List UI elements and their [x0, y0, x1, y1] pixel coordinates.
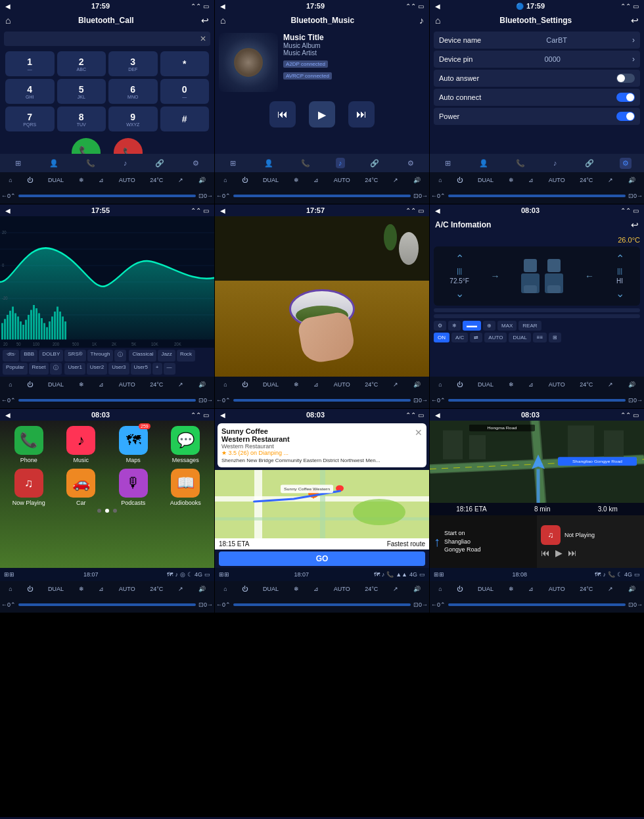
cl2-rear[interactable]: ⊡ — [198, 193, 204, 199]
nc-power[interactable]: ⏻ — [242, 586, 248, 592]
cpc2-back[interactable]: ← — [1, 601, 7, 608]
dot-2[interactable] — [105, 509, 109, 513]
eq-user3[interactable]: User3 — [108, 363, 129, 375]
cpc2-slider[interactable] — [18, 603, 196, 606]
np-play[interactable]: ▶ — [555, 548, 563, 558]
mc2-slider[interactable] — [233, 195, 411, 197]
ec-vol[interactable]: 🔊 — [198, 381, 206, 388]
ec2-slider[interactable] — [18, 399, 196, 402]
ec2-fan2[interactable]: ⌃ — [11, 397, 16, 404]
cp-music[interactable]: ♪ Music — [58, 426, 105, 463]
cp-maps[interactable]: 🗺 259 Maps — [110, 426, 157, 463]
cl-ac[interactable]: ❄ — [79, 177, 84, 183]
ec-ac[interactable]: ❄ — [79, 381, 84, 388]
ntc-vol[interactable]: 🔊 — [628, 586, 635, 592]
vc-fan[interactable]: ⊿ — [313, 381, 319, 388]
sc-home[interactable]: ⌂ — [438, 177, 442, 183]
home-icon-settings[interactable]: ⌂ — [435, 15, 440, 26]
nc2-fwd[interactable]: → — [422, 601, 428, 608]
home-icon-call[interactable]: ⌂ — [5, 15, 11, 26]
eq-reset[interactable]: Reset — [29, 363, 49, 375]
back-icon-5[interactable]: ◀ — [220, 207, 225, 214]
dial-key-2[interactable]: 2ABC — [57, 51, 106, 76]
ac-slider-2[interactable] — [434, 314, 640, 318]
call-button[interactable]: 📞 — [72, 138, 101, 154]
cpc-steer[interactable]: ↗ — [178, 586, 183, 592]
snav-grid[interactable]: ⊞ — [442, 158, 453, 169]
acc2-fan2[interactable]: ⌃ — [440, 397, 446, 404]
np-next[interactable]: ⏭ — [568, 548, 577, 558]
ntc-ac[interactable]: ❄ — [509, 586, 514, 592]
vc-power[interactable]: ⏻ — [242, 381, 248, 388]
ntc2-rear[interactable]: ⊡ — [628, 601, 633, 608]
dial-key-6[interactable]: 6MNO — [108, 79, 158, 104]
eq-info[interactable]: ⓘ — [114, 350, 126, 362]
vc2-rear[interactable]: ⊡ — [413, 397, 419, 404]
eq-classical[interactable]: Classical — [129, 350, 156, 362]
ec2-fwd[interactable]: → — [207, 397, 213, 404]
ac-dual-btn[interactable]: DUAL — [509, 333, 530, 342]
eq-srs[interactable]: SRS® — [64, 350, 85, 362]
eq-through[interactable]: Through — [87, 350, 114, 362]
nav-music-icon[interactable]: ♪ — [121, 158, 130, 168]
acc2-back[interactable]: ← — [431, 397, 437, 404]
close-nav-card[interactable]: ✕ — [415, 427, 423, 438]
ntc-power[interactable]: ⏻ — [457, 586, 463, 592]
back-icon-6[interactable]: ◀ — [435, 207, 440, 214]
mnav-contact[interactable]: 👤 — [262, 158, 276, 169]
nav-grid-icon[interactable]: ⊞ — [12, 158, 24, 169]
ntc2-fwd[interactable]: → — [637, 601, 643, 608]
cl-home[interactable]: ⌂ — [9, 177, 12, 183]
acc-home[interactable]: ⌂ — [438, 381, 442, 388]
cl2-fwd[interactable]: → — [207, 193, 213, 199]
sc2-back[interactable]: ← — [431, 193, 437, 199]
ac-slider-1[interactable] — [434, 308, 640, 312]
vc2-back[interactable]: ← — [216, 397, 222, 404]
ec-fan[interactable]: ⊿ — [99, 381, 104, 388]
ac-rear[interactable]: REAR — [518, 321, 541, 331]
nav-grid-btn[interactable]: ⊞⊞ — [219, 571, 229, 578]
clear-icon[interactable]: ✕ — [200, 34, 206, 43]
ec2-rear[interactable]: ⊡ — [198, 397, 204, 404]
ec-steer[interactable]: ↗ — [178, 381, 183, 388]
mc2-fwd[interactable]: → — [422, 193, 428, 199]
vc2-fan2[interactable]: ⌃ — [225, 397, 231, 404]
nav-contact-icon[interactable]: 👤 — [47, 158, 61, 169]
ntc-steer[interactable]: ↗ — [608, 586, 613, 592]
cp-podcasts[interactable]: 🎙 Podcasts — [110, 469, 157, 506]
end-call-button[interactable]: 📞 — [114, 138, 143, 154]
cpc2-rear[interactable]: ⊡ — [198, 601, 204, 608]
cp-audiobooks[interactable]: 📖 Audiobooks — [162, 469, 210, 506]
auto-answer-toggle[interactable] — [616, 74, 635, 83]
ntc2-slider[interactable] — [448, 603, 626, 606]
eq-dolby[interactable]: DOLBY — [39, 350, 63, 362]
cp-now-playing[interactable]: ♫ Now Playing — [5, 469, 53, 506]
mc-fan[interactable]: ⊿ — [313, 177, 319, 183]
eq-user5[interactable]: User5 — [131, 363, 151, 375]
cl-vol[interactable]: 🔊 — [198, 177, 206, 183]
eq-dts[interactable]: ·dts· — [3, 350, 19, 362]
nc2-back[interactable]: ← — [216, 601, 222, 608]
power-toggle[interactable] — [616, 112, 635, 121]
cp-phone[interactable]: 📞 Phone — [5, 426, 53, 463]
acc-steer[interactable]: ↗ — [608, 381, 613, 388]
sc-fan[interactable]: ⊿ — [528, 177, 534, 183]
cpc-ac[interactable]: ❄ — [79, 586, 84, 592]
dot-1[interactable] — [97, 509, 101, 513]
mc-steer[interactable]: ↗ — [393, 177, 398, 183]
eq-plus[interactable]: + — [152, 363, 162, 375]
mnav-phone[interactable]: 📞 — [298, 158, 313, 169]
ec2-back[interactable]: ← — [1, 397, 7, 404]
ntc-fan[interactable]: ⊿ — [528, 586, 534, 592]
sc2-rear[interactable]: ⊡ — [628, 193, 633, 199]
cp-messages[interactable]: 💬 Messages — [162, 426, 210, 463]
dial-key-0[interactable]: 0— — [160, 79, 210, 104]
mnav-grid[interactable]: ⊞ — [227, 158, 239, 169]
vc-vol[interactable]: 🔊 — [413, 381, 421, 388]
eq-detail[interactable]: ⓘ — [50, 363, 62, 375]
mnav-settings[interactable]: ⚙ — [405, 158, 417, 169]
mc2-back[interactable]: ← — [216, 193, 222, 199]
cpc-vol[interactable]: 🔊 — [198, 586, 206, 592]
ec-home[interactable]: ⌂ — [9, 381, 12, 388]
eq-popular[interactable]: Popular — [3, 363, 28, 375]
